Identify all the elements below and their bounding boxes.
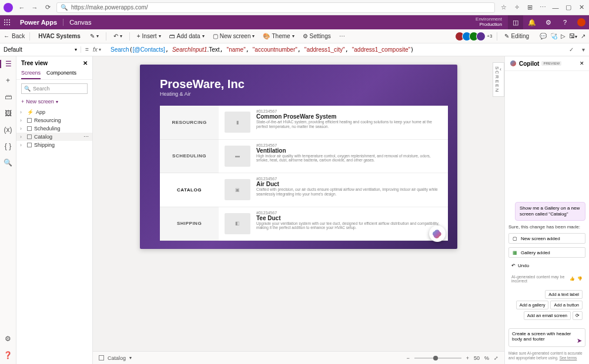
environment-picker[interactable]: Environment Production: [476, 17, 507, 28]
terms-link[interactable]: See terms: [560, 356, 577, 360]
gallery-card[interactable]: ▮ #01234567 Common ProseWare System Stat…: [219, 106, 448, 140]
property-selector[interactable]: Default ▾: [0, 46, 81, 53]
search-placeholder: Search: [33, 86, 50, 92]
settings-icon[interactable]: ⚙: [541, 15, 556, 29]
copilot-fab[interactable]: [429, 225, 446, 242]
tree-item-resourcing[interactable]: ›Resourcing: [16, 116, 92, 124]
zoom-slider[interactable]: [414, 358, 461, 359]
action-gallery[interactable]: ▦ Gallery added: [508, 247, 585, 258]
back-button[interactable]: ← Back: [4, 33, 25, 39]
gallery-card[interactable]: ◧ #01234567 Tee Duct Upgrade your ventil…: [219, 207, 448, 241]
back-label: Back: [12, 33, 25, 39]
rail-media-icon[interactable]: 🖼: [0, 109, 16, 117]
product-image: ▣: [225, 179, 250, 200]
rail-ask-icon[interactable]: ❓: [4, 351, 12, 359]
thumbs-down-icon[interactable]: 👎: [577, 277, 583, 281]
browser-extensions-icon[interactable]: ✧: [513, 4, 521, 11]
send-icon[interactable]: ➤: [577, 337, 582, 345]
formula-input[interactable]: Search([@Contacts], SearchInput1.Text, "…: [108, 46, 565, 53]
tree-item-scheduling[interactable]: ›Scheduling: [16, 124, 92, 133]
insert-button[interactable]: + Insert ▾: [135, 33, 163, 39]
tree-new-screen-button[interactable]: + New screen ▾: [21, 99, 88, 105]
undo-button[interactable]: ↶ ▾: [111, 33, 125, 39]
rail-settings-icon[interactable]: ⚙: [4, 335, 12, 343]
suggestion-chip[interactable]: Add a text label: [545, 290, 583, 299]
suggestion-chip[interactable]: Add a button: [550, 301, 583, 309]
window-close-icon[interactable]: ✕: [577, 4, 585, 11]
rail-search-icon[interactable]: 🔍: [0, 159, 16, 167]
browser-more-icon[interactable]: ⋯: [538, 4, 547, 11]
close-icon[interactable]: ✕: [83, 60, 88, 66]
share-icon[interactable]: ◫: [508, 15, 523, 29]
browser-star-icon[interactable]: ☆: [500, 4, 508, 11]
suite-subbrand: Canvas: [63, 19, 97, 26]
nav-scheduling[interactable]: SCHEDULING: [160, 140, 219, 174]
rail-advanced-icon[interactable]: { }: [0, 142, 16, 150]
user-menu-icon[interactable]: [574, 15, 589, 29]
suggestion-chip[interactable]: Add a gallery: [516, 301, 549, 309]
svg-point-0: [4, 19, 5, 21]
copilot-input[interactable]: Create a screen with header body and foo…: [508, 328, 585, 347]
editing-mode-button[interactable]: ✎ Editing: [502, 33, 531, 39]
browser-collections-icon[interactable]: ⊞: [526, 4, 534, 11]
product-desc: State-of-the-art HVAC system, providing …: [256, 120, 442, 129]
rail-insert-icon[interactable]: +: [0, 76, 16, 85]
save-icon[interactable]: 🖫▾: [569, 33, 577, 39]
fx-label[interactable]: fx▾: [93, 46, 108, 53]
rail-variables-icon[interactable]: (x): [0, 126, 16, 134]
browser-refresh-icon[interactable]: ⟳: [43, 4, 52, 11]
comments-icon[interactable]: 💬: [540, 33, 547, 39]
rail-tree-icon[interactable]: ☰: [0, 60, 16, 68]
tree-item-shipping[interactable]: ›Shipping: [16, 141, 92, 149]
more-commands-icon[interactable]: ⋯: [337, 33, 347, 39]
notifications-icon[interactable]: 🔔: [524, 15, 540, 29]
browser-back-icon[interactable]: ←: [18, 4, 26, 11]
refresh-suggestions-icon[interactable]: ⟳: [573, 311, 583, 320]
formula-format-icon[interactable]: ✓: [565, 46, 577, 53]
zoom-out-button[interactable]: −: [406, 355, 409, 361]
fit-screen-icon[interactable]: ⤢: [494, 355, 498, 361]
preview-gallery[interactable]: ▮ #01234567 Common ProseWare System Stat…: [219, 106, 448, 241]
tree-item-catalog[interactable]: ›Catalog⋯: [16, 133, 92, 141]
app-preview[interactable]: ProseWare, Inc Heating & Air RESOURCING …: [140, 65, 457, 249]
profile-avatar[interactable]: [4, 3, 13, 12]
edit-name-button[interactable]: ✎ ▾: [88, 33, 101, 39]
theme-button[interactable]: 🎨 Theme ▾: [260, 33, 296, 39]
preview-icon[interactable]: ▷: [561, 33, 565, 39]
gallery-card[interactable]: ▣ #01234567 Air Duct Crafted with precis…: [219, 173, 448, 207]
tab-screens[interactable]: Screens: [21, 70, 41, 79]
rail-data-icon[interactable]: 🗃: [0, 93, 16, 101]
nav-resourcing[interactable]: RESOURCING: [160, 106, 219, 140]
tab-components[interactable]: Components: [46, 70, 76, 79]
close-icon[interactable]: ✕: [580, 60, 584, 66]
presence-avatars[interactable]: +3: [457, 32, 492, 41]
add-data-button[interactable]: 🗃 Add data ▾: [167, 33, 207, 39]
window-minimize-icon[interactable]: —: [551, 4, 560, 11]
formula-expand-icon[interactable]: ▾: [577, 46, 589, 53]
chevron-down-icon[interactable]: ▾: [129, 355, 132, 360]
browser-forward-icon[interactable]: →: [31, 4, 39, 11]
nav-catalog[interactable]: CATALOG: [160, 173, 219, 207]
app-launcher-icon[interactable]: [0, 19, 14, 25]
publish-icon[interactable]: ↗: [581, 33, 585, 39]
item-more-icon[interactable]: ⋯: [83, 134, 89, 140]
nav-shipping[interactable]: SHIPPING: [160, 207, 219, 241]
suite-brand[interactable]: Power Apps: [14, 19, 63, 26]
suggestion-chip[interactable]: Add an email screen: [524, 311, 571, 320]
help-icon[interactable]: ?: [557, 15, 573, 29]
window-maximize-icon[interactable]: ▢: [564, 4, 573, 11]
separator: [129, 32, 130, 41]
tree-item-app[interactable]: ›⚡App: [16, 108, 92, 116]
undo-button[interactable]: ↶ Undo: [508, 261, 585, 270]
tree-search-input[interactable]: 🔍 Search: [21, 83, 88, 94]
gallery-card[interactable]: ▬ #01234567 Ventilation High indoor air …: [219, 140, 448, 174]
settings-button[interactable]: ⚙ Settings: [300, 33, 333, 39]
checker-icon[interactable]: 🩺: [550, 33, 557, 39]
thumbs-up-icon[interactable]: 👍: [570, 277, 575, 281]
screen-collapse-tab[interactable]: ‹ SCREEN: [493, 62, 504, 97]
status-bar: Catalog ▾ − + 50 % ⤢: [93, 351, 504, 364]
new-screen-button[interactable]: ▢ New screen ▾: [210, 33, 257, 39]
zoom-in-button[interactable]: +: [466, 355, 469, 361]
address-bar[interactable]: 🔍 https://make.powerapps.com/: [56, 2, 495, 13]
action-new-screen[interactable]: ▢ New screen added: [508, 233, 585, 244]
